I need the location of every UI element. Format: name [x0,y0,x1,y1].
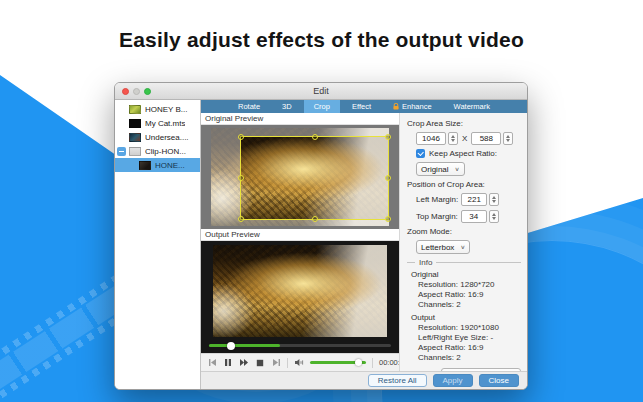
info-row: Left/Right Eye Size: - [418,333,521,343]
clip-thumbnail [129,147,141,156]
clip-list-item-hone-selected[interactable]: HONE... [115,158,200,172]
window-title: Edit [115,86,527,96]
info-row: Channels: 2 [418,300,521,310]
tab-label: Effect [352,102,371,111]
clip-thumbnail [129,105,141,114]
info-row: Aspect Ratio: 16:9 [418,290,521,300]
output-preview [201,241,399,353]
clip-list-item-undersea[interactable]: Undersea.... [115,130,200,144]
skip-to-end-button[interactable] [271,358,281,368]
left-margin-label: Left Margin: [416,195,458,204]
divider [372,358,373,368]
info-row: Aspect Ratio: 16:9 [418,343,521,353]
seek-bar[interactable] [209,344,391,347]
left-margin-stepper[interactable] [489,193,499,206]
crop-handle-n[interactable] [312,134,318,140]
page-title: Easily adjust effects of the output vide… [0,28,643,52]
clip-label: HONE... [155,161,185,170]
clip-list-item-clip-hon[interactable]: Clip-HON... [115,144,200,158]
crop-handle-sw[interactable] [238,216,244,222]
top-margin-input[interactable] [461,210,487,223]
collapse-group-toggle[interactable] [117,147,126,156]
tab-watermark[interactable]: Watermark [444,100,500,113]
info-output-title: Output [411,313,521,322]
tab-crop[interactable]: Crop [304,100,340,113]
crop-settings-panel: Crop Area Size: X Keep Aspect Ratio: [399,113,527,371]
crop-height-stepper[interactable] [503,132,513,145]
keep-aspect-label: Keep Aspect Ratio: [429,149,497,158]
info-row: Resolution: 1280*720 [418,280,521,290]
clip-thumbnail [129,119,141,128]
seek-knob[interactable] [227,342,235,350]
restore-all-button[interactable]: Restore All [368,374,427,387]
tab-rotate[interactable]: Rotate [228,100,270,113]
top-margin-label: Top Margin: [416,212,458,221]
close-button[interactable]: Close [479,374,519,387]
fast-forward-button[interactable] [239,358,249,368]
info-row: Channels: 2 [418,353,521,363]
volume-knob[interactable] [355,359,362,366]
tab-effect[interactable]: Effect [342,100,381,113]
clip-label: Undersea.... [145,133,189,142]
crop-width-stepper[interactable] [448,132,458,145]
tab-3d[interactable]: 3D [272,100,302,113]
volume-slider[interactable] [310,361,366,364]
output-preview-label: Output Preview [201,229,399,241]
clip-label: Clip-HON... [145,147,186,156]
tab-label: Rotate [238,102,260,111]
crop-handle-se[interactable] [385,216,391,222]
tab-label: Enhance [402,102,432,111]
original-preview-label: Original Preview [201,113,399,125]
info-section-header: Info [407,258,521,267]
window-titlebar[interactable]: Edit [115,83,527,100]
tab-label: 3D [282,102,292,111]
crop-handle-e[interactable] [385,175,391,181]
clip-thumbnail [129,133,141,142]
info-output-section: Output Resolution: 1920*1080 Left/Right … [411,313,521,363]
crop-handle-w[interactable] [238,175,244,181]
clip-list-item-my-cat[interactable]: My Cat.mts [115,116,200,130]
crop-width-input[interactable] [416,132,446,145]
pause-button[interactable] [223,358,233,368]
aspect-ratio-value: Original [421,165,449,174]
left-margin-input[interactable] [461,193,487,206]
volume-icon[interactable] [294,358,304,368]
lock-icon [393,103,399,110]
clip-label: My Cat.mts [145,119,185,128]
output-video-frame [213,245,387,337]
crop-handle-s[interactable] [312,216,318,222]
seek-progress [209,344,280,347]
zoom-mode-select[interactable]: Letterbox ∨ [416,240,470,254]
edit-window: Edit HONEY B... My Cat.mts Undersea.... … [114,82,528,390]
tab-label: Watermark [454,102,490,111]
chevron-down-icon: ∨ [455,166,460,172]
top-margin-stepper[interactable] [489,210,499,223]
zoom-mode-label: Zoom Mode: [407,227,521,236]
tab-bar: Rotate 3D Crop Effect Enhance Watermark [201,100,527,113]
playback-controls: 00:00:29/00:03:47 [201,353,399,371]
info-original-section: Original Resolution: 1280*720 Aspect Rat… [411,270,521,310]
crop-height-input[interactable] [471,132,501,145]
zoom-mode-value: Letterbox [421,243,454,252]
info-original-title: Original [411,270,521,279]
aspect-ratio-select[interactable]: Original ∨ [416,162,465,176]
chevron-down-icon: ∨ [460,244,465,250]
footer-bar: Restore All Apply Close [201,371,527,389]
times-label: X [462,134,467,143]
divider [287,358,288,368]
skip-to-start-button[interactable] [207,358,217,368]
crop-area-size-label: Crop Area Size: [407,119,521,128]
divider [407,262,415,263]
crop-handle-nw[interactable] [238,134,244,140]
tab-enhance[interactable]: Enhance [383,100,442,113]
apply-button[interactable]: Apply [433,374,473,387]
clip-list: HONEY B... My Cat.mts Undersea.... Clip-… [115,100,201,389]
original-preview [201,125,399,229]
info-row: Resolution: 1920*1080 [418,323,521,333]
clip-list-item-honey-b[interactable]: HONEY B... [115,102,200,116]
divider [436,262,521,263]
keep-aspect-checkbox[interactable] [416,149,425,158]
stop-button[interactable] [255,358,265,368]
crop-area-selection[interactable] [240,136,389,220]
crop-handle-ne[interactable] [385,134,391,140]
